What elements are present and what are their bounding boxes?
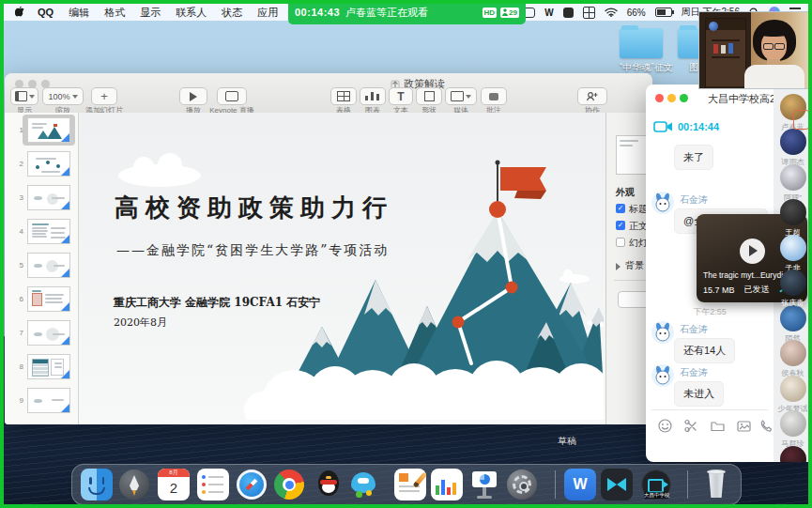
collaborate-button[interactable]: [577, 87, 607, 105]
body-checkbox-label: 正文: [629, 220, 648, 233]
member-item[interactable]: 马群珍: [774, 410, 812, 450]
sender-name[interactable]: 石金涛: [680, 323, 708, 336]
apple-menu-icon[interactable]: [15, 6, 26, 19]
table-button[interactable]: [330, 87, 357, 105]
slide-thumbnail-7[interactable]: [27, 320, 70, 346]
dock-qq-icon[interactable]: [313, 469, 345, 500]
wps-menu-icon[interactable]: W: [544, 8, 553, 18]
phone-call-icon[interactable]: [758, 418, 774, 434]
dock-safari-icon[interactable]: [236, 469, 268, 500]
wifi-icon[interactable]: [605, 8, 618, 17]
slide-thumbnail-9[interactable]: [27, 388, 70, 413]
viewer-count-badge: 29: [500, 8, 519, 18]
avatar: [780, 446, 806, 462]
close-button[interactable]: [655, 94, 664, 102]
slide-thumbnail-2[interactable]: [27, 151, 70, 177]
media-button[interactable]: [445, 87, 477, 105]
member-item[interactable]: 侯春秋: [774, 340, 812, 379]
chart-button[interactable]: [360, 87, 386, 105]
member-item[interactable]: 阿狸”: [774, 164, 812, 204]
desktop-file-draft-label[interactable]: 草稿: [558, 435, 576, 448]
call-status[interactable]: 00:14:44: [653, 120, 719, 133]
member-item[interactable]: 张庆贵: [774, 269, 812, 309]
dock-meeting-icon[interactable]: [601, 469, 633, 500]
dock-reminders-icon[interactable]: [197, 469, 229, 500]
sender-name[interactable]: 石金涛: [680, 193, 708, 207]
slide-number: 4: [10, 227, 23, 236]
shape-button[interactable]: [416, 87, 442, 105]
disclosure-triangle-icon[interactable]: [616, 263, 620, 270]
dock-wps-icon[interactable]: W: [564, 469, 596, 500]
dock-numbers-icon[interactable]: [431, 469, 463, 500]
avatar: [780, 340, 806, 366]
play-button[interactable]: [179, 87, 207, 105]
dock-launchpad-icon[interactable]: [118, 469, 150, 500]
dock-settings-icon[interactable]: [506, 469, 538, 500]
dock-minimized-video-window[interactable]: 大昌中学校: [640, 469, 672, 500]
minimize-button[interactable]: [667, 94, 676, 102]
notification-center-icon[interactable]: [789, 8, 801, 9]
screenshot-scissors-icon[interactable]: [683, 418, 699, 434]
watch-timer: 00:14:43: [295, 7, 340, 18]
dock-finder-icon[interactable]: [81, 469, 113, 500]
person-icon: [502, 8, 508, 16]
watch-banner[interactable]: 00:14:43 卢春蓝等正在观看 HD 29: [288, 0, 526, 24]
menu-item-status[interactable]: 状态: [214, 6, 250, 20]
image-icon[interactable]: [736, 418, 752, 434]
member-item[interactable]: 王超: [774, 199, 812, 239]
member-item[interactable]: 子非: [774, 235, 812, 274]
call-timer: 00:14:44: [678, 121, 719, 132]
app-menu-icon[interactable]: [563, 8, 574, 18]
sender-avatar[interactable]: [651, 364, 674, 387]
dock-keynote-icon[interactable]: [468, 469, 500, 500]
slide-thumbnail-8[interactable]: [27, 354, 70, 379]
file-folder-icon[interactable]: [710, 418, 726, 434]
member-item[interactable]: 少年梦话: [774, 376, 812, 415]
dock-pages-icon[interactable]: [394, 469, 426, 500]
person-shirt: [744, 65, 804, 89]
title-checkbox[interactable]: ✓: [616, 204, 625, 213]
text-button[interactable]: T: [389, 87, 413, 105]
sender-name[interactable]: 石金涛: [680, 366, 708, 379]
slide-canvas[interactable]: 高校资助政策助力行 ——金融学院“贫困学生大学路”专项活动 重庆工商大学 金融学…: [79, 113, 605, 424]
dock-wechat-work-icon[interactable]: [348, 469, 380, 500]
member-item[interactable]: [774, 446, 812, 462]
layout-thumbnail[interactable]: [616, 135, 650, 175]
member-item[interactable]: 陌然: [774, 305, 812, 345]
webcam-window[interactable]: [698, 11, 810, 89]
keynote-live-button[interactable]: [217, 87, 247, 105]
collaborate-icon: [586, 91, 599, 101]
member-item[interactable]: 谭雨杰: [774, 129, 812, 168]
slide-thumbnail-6[interactable]: [27, 286, 70, 312]
zoom-button[interactable]: [680, 94, 688, 102]
menu-item-contacts[interactable]: 联系人: [168, 6, 214, 20]
menu-item-view[interactable]: 显示: [132, 6, 168, 20]
slide-number: 5: [10, 261, 23, 269]
timestamp: 下午2:55: [646, 306, 774, 318]
dock-chrome-icon[interactable]: [273, 469, 305, 500]
menu-item-apps[interactable]: 应用: [250, 6, 285, 20]
body-checkbox[interactable]: ✓: [616, 221, 625, 230]
sender-avatar[interactable]: [651, 321, 674, 344]
input-source-icon[interactable]: [583, 7, 595, 19]
sender-avatar[interactable]: [651, 192, 674, 214]
play-button[interactable]: [740, 239, 765, 264]
view-button[interactable]: [10, 87, 38, 105]
emoji-icon[interactable]: [657, 418, 673, 434]
watch-label: 卢春蓝等正在观看: [345, 6, 428, 20]
comment-button[interactable]: [481, 87, 507, 105]
dock-calendar-icon[interactable]: 8月 2: [158, 469, 190, 500]
slide-number-checkbox[interactable]: [616, 238, 625, 247]
slide-thumbnail-4[interactable]: [27, 219, 70, 244]
zoom-select[interactable]: 100%: [42, 87, 84, 105]
menu-item-qq[interactable]: QQ: [30, 7, 61, 18]
dock-trash-icon[interactable]: [700, 469, 732, 500]
menu-item-format[interactable]: 格式: [97, 6, 132, 20]
desktop-folder-zhonghuahun[interactable]: “中华魂”征文: [620, 28, 673, 74]
slide-thumbnail-5[interactable]: [27, 253, 70, 278]
add-slide-button[interactable]: +: [91, 87, 117, 105]
slide-thumbnail-1[interactable]: [27, 117, 70, 143]
message-bubble: 来了: [674, 145, 713, 170]
menu-item-edit[interactable]: 编辑: [61, 6, 97, 20]
slide-thumbnail-3[interactable]: [27, 185, 70, 210]
